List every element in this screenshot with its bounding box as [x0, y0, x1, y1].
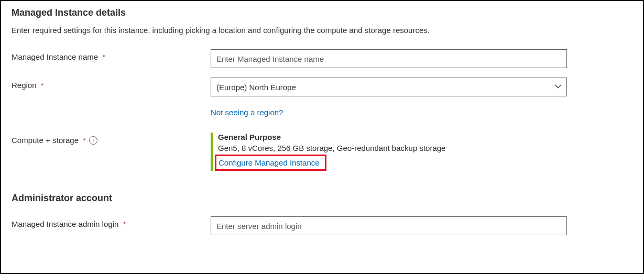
instance-name-label: Managed Instance name* [12, 49, 211, 61]
required-indicator: * [123, 220, 126, 228]
info-icon[interactable]: i [89, 136, 97, 145]
admin-login-label: Managed Instance admin login* [12, 216, 211, 228]
section-title-managed-instance: Managed Instance details [12, 7, 632, 18]
region-select[interactable]: (Europe) North Europe [211, 78, 567, 96]
region-help-link[interactable]: Not seeing a region? [211, 108, 283, 117]
required-indicator: * [41, 81, 44, 90]
section-title-admin-account: Administrator account [12, 193, 632, 204]
required-indicator: * [83, 136, 86, 145]
configure-managed-instance-link[interactable]: Configure Managed Instance [219, 158, 320, 167]
admin-login-input[interactable] [211, 216, 567, 235]
configure-highlight: Configure Managed Instance [215, 155, 326, 171]
compute-spec: Gen5, 8 vCores, 256 GB storage, Geo-redu… [218, 144, 567, 152]
region-label: Region* [12, 78, 211, 90]
compute-summary: General Purpose Gen5, 8 vCores, 256 GB s… [211, 133, 567, 171]
section-description: Enter required settings for this instanc… [12, 26, 632, 35]
instance-name-input[interactable] [211, 49, 567, 68]
required-indicator: * [102, 52, 105, 61]
compute-storage-label: Compute + storage* i [12, 133, 211, 145]
compute-tier: General Purpose [218, 133, 567, 141]
